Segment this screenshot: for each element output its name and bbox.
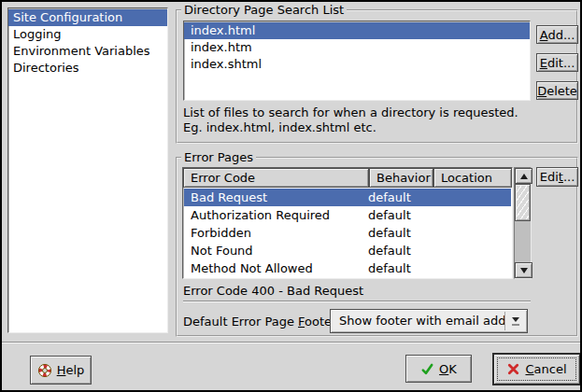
cell-error-code: Not Found bbox=[184, 242, 368, 259]
add-button[interactable]: Add... bbox=[536, 25, 578, 44]
column-header-location[interactable]: Location bbox=[433, 168, 512, 188]
column-header-error-code[interactable]: Error Code bbox=[183, 168, 369, 188]
ok-button[interactable]: OK bbox=[405, 355, 472, 383]
directory-list-description-line1: List of files to search for when a direc… bbox=[183, 105, 518, 120]
sidebar-item-directories[interactable]: Directories bbox=[8, 60, 167, 77]
footer-dropdown-value: Show footer with email address bbox=[331, 310, 504, 332]
x-icon bbox=[506, 362, 520, 376]
cell-location bbox=[433, 224, 511, 242]
lifebuoy-help-icon bbox=[37, 363, 52, 378]
delete-file-button[interactable]: Delete bbox=[536, 81, 578, 100]
divider bbox=[183, 301, 531, 302]
cell-error-code: Forbidden bbox=[184, 224, 368, 242]
section-list: Site Configuration Logging Environment V… bbox=[7, 7, 168, 333]
error-frame-title: Error Pages bbox=[181, 150, 256, 164]
edit-error-page-button[interactable]: Edit... bbox=[536, 167, 578, 187]
sidebar-item-site-configuration[interactable]: Site Configuration bbox=[8, 9, 167, 26]
check-icon bbox=[420, 362, 434, 376]
cell-location bbox=[433, 259, 511, 277]
cell-behavior: default bbox=[368, 259, 433, 277]
table-row-bad-request[interactable]: Bad Request default bbox=[184, 189, 511, 206]
file-item-index-html[interactable]: index.html bbox=[184, 22, 530, 39]
apache-config-dialog: Site Configuration Logging Environment V… bbox=[0, 0, 582, 392]
error-table-scrollbar[interactable] bbox=[514, 167, 532, 279]
cell-behavior: default bbox=[368, 242, 433, 259]
scrollbar-thumb[interactable] bbox=[515, 184, 531, 221]
sidebar-item-logging[interactable]: Logging bbox=[8, 26, 167, 43]
cell-error-code: Bad Request bbox=[184, 189, 368, 206]
cell-location bbox=[433, 242, 511, 259]
help-button[interactable]: Help bbox=[30, 356, 92, 385]
table-row-not-found[interactable]: Not Found default bbox=[184, 242, 511, 259]
cell-location bbox=[433, 189, 511, 206]
directory-list-description-line2: Eg. index.html, index.shtml etc. bbox=[183, 120, 376, 135]
edit-file-button[interactable]: Edit... bbox=[536, 53, 578, 72]
divider bbox=[2, 342, 580, 343]
sidebar-item-environment-variables[interactable]: Environment Variables bbox=[8, 43, 167, 60]
cancel-button[interactable]: Cancel bbox=[492, 353, 581, 385]
scroll-down-icon[interactable] bbox=[515, 262, 532, 278]
cell-location bbox=[433, 206, 511, 224]
table-row-authorization-required[interactable]: Authorization Required default bbox=[184, 206, 511, 224]
default-error-page-footer-label: Default Error Page Footer: bbox=[183, 315, 341, 329]
table-row-forbidden[interactable]: Forbidden default bbox=[184, 224, 511, 242]
cell-behavior: default bbox=[368, 206, 433, 224]
chevron-down-icon[interactable] bbox=[504, 312, 525, 330]
scroll-up-icon[interactable] bbox=[515, 168, 532, 184]
table-row-method-not-allowed[interactable]: Method Not Allowed default bbox=[184, 259, 511, 277]
file-item-index-htm[interactable]: index.htm bbox=[184, 39, 530, 56]
cell-error-code: Authorization Required bbox=[184, 206, 368, 224]
directory-file-list: index.html index.htm index.shtml bbox=[183, 21, 531, 101]
directory-frame-title: Directory Page Search List bbox=[181, 3, 347, 17]
column-header-behavior[interactable]: Behavior bbox=[369, 168, 433, 188]
cell-error-code: Method Not Allowed bbox=[184, 259, 368, 277]
cell-behavior: default bbox=[368, 224, 433, 242]
cell-behavior: default bbox=[368, 189, 433, 206]
file-item-index-shtml[interactable]: index.shtml bbox=[184, 56, 530, 73]
footer-dropdown[interactable]: Show footer with email address bbox=[330, 309, 528, 333]
error-code-status-text: Error Code 400 - Bad Request bbox=[183, 284, 363, 299]
